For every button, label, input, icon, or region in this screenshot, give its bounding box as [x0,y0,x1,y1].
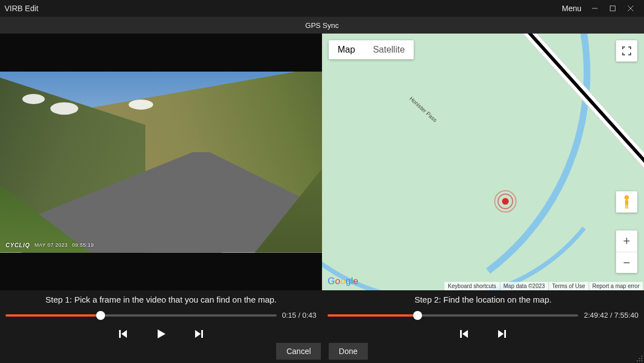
gps-prev-button[interactable] [457,327,471,341]
map-terms-link[interactable]: Terms of Use [548,282,589,290]
map-zoom-out-button[interactable]: − [616,252,637,273]
svg-rect-13 [460,330,462,338]
map-keyboard-shortcuts-link[interactable]: Keyboard shortcuts [444,282,499,290]
window-maximize-button[interactable] [604,1,622,16]
map-type-control: Map Satellite [329,40,414,59]
video-overlay-date: MAY 07 2023 [35,242,68,248]
action-bar: Cancel Done [0,343,644,363]
title-bar: VIRB Edit Menu [0,0,644,17]
map-zoom-control: + − [616,230,637,273]
video-frame[interactable]: CYCLIQ MAY 07 2023 09:55:19 [0,72,322,253]
skip-previous-icon [117,328,129,340]
done-button[interactable]: Done [329,343,367,360]
skip-next-icon [496,328,508,340]
fullscreen-icon [622,46,631,55]
svg-rect-7 [627,205,628,209]
svg-rect-1 [610,6,615,11]
video-overlay-brand: CYCLIQ [6,242,30,248]
svg-marker-9 [121,330,127,338]
cancel-button[interactable]: Cancel [276,343,321,360]
map-attribution: Keyboard shortcuts Map data ©2023 Terms … [444,282,643,290]
video-panel: CYCLIQ MAY 07 2023 09:55:19 [0,34,322,290]
map-panel[interactable]: Honister Pass Map Satellite + − [322,34,644,290]
streetview-pegman[interactable] [616,191,637,213]
svg-rect-6 [626,205,627,209]
step2-label: Step 2: Find the location on the map. [328,295,638,304]
page-header: GPS Sync [0,17,644,34]
svg-point-19 [641,358,642,359]
window-minimize-button[interactable] [586,1,604,16]
gps-control-panel: Step 2: Find the location on the map. 2:… [322,290,644,343]
svg-point-17 [641,356,642,357]
svg-point-18 [639,358,640,359]
map-zoom-in-button[interactable]: + [616,230,637,252]
video-prev-button[interactable] [116,327,130,341]
video-play-button[interactable] [154,327,168,341]
skip-next-icon [193,328,205,340]
svg-marker-14 [462,330,468,338]
gps-scrubber[interactable] [328,314,578,317]
video-control-panel: Step 1: Pick a frame in the video that y… [0,290,322,343]
svg-marker-15 [498,330,504,338]
page-title: GPS Sync [305,21,339,30]
svg-rect-8 [119,330,121,338]
gps-position-marker[interactable] [500,196,511,207]
window-close-button[interactable] [622,1,640,16]
svg-rect-12 [201,330,203,338]
svg-marker-10 [158,329,165,338]
svg-point-22 [641,360,642,361]
resize-grip[interactable] [636,355,643,362]
video-time-label: 0:15 / 0:43 [282,311,316,319]
step1-label: Step 1: Pick a frame in the video that y… [6,295,316,304]
play-icon [155,328,167,340]
svg-point-4 [624,195,629,200]
skip-previous-icon [458,328,470,340]
gps-next-button[interactable] [495,327,509,341]
map-fullscreen-button[interactable] [616,40,637,62]
gps-time-label: 2:49:42 / 7:55:40 [584,311,638,319]
svg-marker-11 [195,330,201,338]
video-overlay-text: CYCLIQ MAY 07 2023 09:55:19 [6,242,94,248]
video-next-button[interactable] [192,327,206,341]
controls-area: Step 1: Pick a frame in the video that y… [0,290,644,343]
svg-rect-16 [504,330,506,338]
menu-button[interactable]: Menu [562,4,581,13]
svg-rect-5 [625,200,628,205]
video-scrubber[interactable] [6,314,277,317]
svg-point-20 [637,360,638,361]
video-overlay-time: 09:55:19 [72,242,94,248]
app-title: VIRB Edit [4,4,39,13]
map-type-satellite-button[interactable]: Satellite [364,40,414,59]
map-type-map-button[interactable]: Map [329,40,364,59]
map-data-label: Map data ©2023 [500,282,548,290]
pegman-icon [621,195,632,209]
main-split: CYCLIQ MAY 07 2023 09:55:19 Honister Pas… [0,34,644,290]
map-report-link[interactable]: Report a map error [589,282,643,290]
google-logo: Google [328,276,358,287]
svg-point-21 [639,360,640,361]
